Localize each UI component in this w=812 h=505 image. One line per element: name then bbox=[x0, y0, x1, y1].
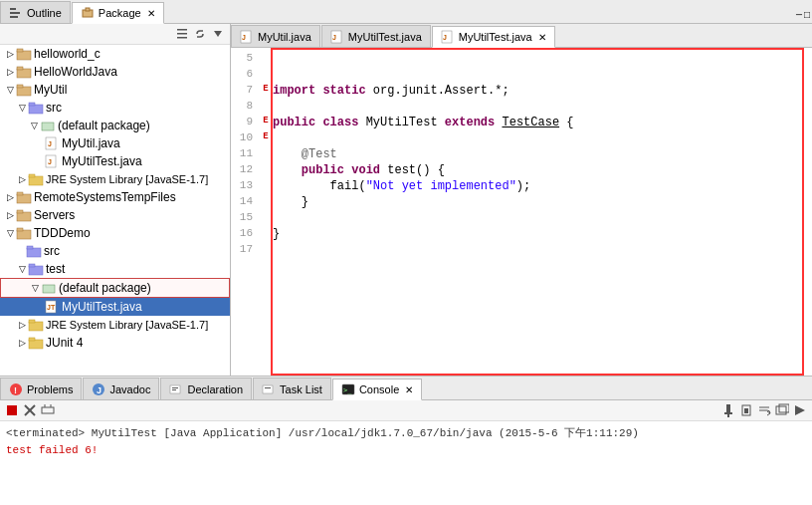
label-junit4: JUnit 4 bbox=[46, 336, 83, 350]
code-line-6: 6 bbox=[231, 68, 812, 84]
tree-item-myutil[interactable]: ▽ MyUtil bbox=[0, 81, 230, 99]
folder-icon-servers bbox=[16, 207, 32, 223]
tab-javadoc[interactable]: J Javadoc bbox=[83, 378, 159, 399]
java-icon-myutiltest1: J bbox=[330, 30, 344, 44]
src-folder-icon bbox=[28, 100, 44, 116]
svg-rect-12 bbox=[17, 87, 31, 96]
tab-close-icon[interactable]: ✕ bbox=[147, 8, 155, 19]
tree-item-remote[interactable]: ▷ RemoteSystemsTempFiles bbox=[0, 188, 230, 206]
svg-rect-65 bbox=[727, 414, 729, 417]
tab-tasklist[interactable]: Task List bbox=[253, 378, 331, 399]
arrow-test[interactable]: ▽ bbox=[16, 264, 28, 274]
svg-text:J: J bbox=[48, 140, 52, 147]
folder-icon-helloworld-c bbox=[16, 46, 32, 62]
tab-declaration[interactable]: Declaration bbox=[160, 378, 252, 399]
tree-item-tdddemo[interactable]: ▽ TDDDemo bbox=[0, 224, 230, 242]
tree-item-src[interactable]: ▽ src bbox=[0, 99, 230, 117]
tree-item-junit4[interactable]: ▷ JUnit 4 bbox=[0, 334, 230, 352]
tree-item-myutil-java[interactable]: J MyUtil.java bbox=[0, 134, 230, 152]
arrow-jre[interactable]: ▷ bbox=[16, 174, 28, 184]
minimize-btn[interactable]: ─ bbox=[796, 10, 802, 21]
console-tab-close[interactable]: ✕ bbox=[405, 384, 413, 395]
remove-launch-btn[interactable] bbox=[22, 402, 38, 418]
tab-declaration-label: Declaration bbox=[187, 383, 243, 395]
tree-item-test[interactable]: ▽ test bbox=[0, 260, 230, 278]
editor-tab-myutiltest-1[interactable]: J MyUtilTest.java bbox=[321, 25, 431, 47]
tab-problems[interactable]: ! Problems bbox=[0, 378, 82, 399]
tab-problems-label: Problems bbox=[27, 383, 73, 395]
label-tdddemo-jre: JRE System Library [JavaSE-1.7] bbox=[46, 319, 208, 331]
svg-rect-26 bbox=[17, 210, 23, 213]
collapse-all-btn[interactable] bbox=[174, 26, 190, 42]
pin-console-btn[interactable] bbox=[720, 402, 736, 418]
package-icon bbox=[81, 6, 95, 20]
arrow-junit4[interactable]: ▷ bbox=[16, 338, 28, 348]
svg-rect-10 bbox=[17, 69, 31, 78]
arrow-servers[interactable]: ▷ bbox=[4, 210, 16, 220]
editor-tab-myutil[interactable]: J MyUtil.java bbox=[231, 25, 320, 47]
code-line-14: 14 } bbox=[231, 195, 812, 211]
new-console-btn[interactable] bbox=[774, 402, 790, 418]
svg-rect-0 bbox=[10, 8, 16, 10]
tree-item-default-pkg[interactable]: ▽ (default package) bbox=[0, 117, 230, 134]
scroll-lock-btn[interactable] bbox=[738, 402, 754, 418]
arrow-default-pkg[interactable]: ▽ bbox=[28, 121, 40, 130]
tree-item-servers[interactable]: ▷ Servers bbox=[0, 206, 230, 224]
arrow-tdddemo-jre[interactable]: ▷ bbox=[16, 320, 28, 330]
svg-rect-57 bbox=[7, 405, 17, 415]
word-wrap-btn[interactable] bbox=[756, 402, 772, 418]
tab-console[interactable]: >_ Console ✕ bbox=[332, 379, 422, 400]
tab-outline[interactable]: Outline bbox=[0, 1, 71, 23]
editor-content[interactable]: 5 6 7 E import static org.junit.As bbox=[231, 48, 812, 376]
arrow-remote[interactable]: ▷ bbox=[4, 192, 16, 202]
svg-rect-52 bbox=[172, 389, 176, 390]
arrow-test-default-pkg[interactable]: ▽ bbox=[29, 283, 41, 293]
arrow-tdddemo[interactable]: ▽ bbox=[4, 228, 16, 238]
svg-rect-27 bbox=[17, 230, 31, 239]
tree-item-myutiltest-src[interactable]: J MyUtilTest.java bbox=[0, 152, 230, 170]
folder-icon-helloworldjava bbox=[16, 64, 32, 80]
arrow-src[interactable]: ▽ bbox=[16, 103, 28, 113]
tab-console-label: Console bbox=[359, 383, 399, 395]
code-line-7: 7 E import static org.junit.Assert.*; bbox=[231, 84, 812, 100]
svg-rect-4 bbox=[86, 8, 90, 11]
svg-text:J: J bbox=[97, 385, 102, 395]
tree-item-helloworld-c[interactable]: ▷ helloworld_c bbox=[0, 45, 230, 63]
svg-rect-16 bbox=[42, 123, 54, 130]
arrow-myutil[interactable]: ▽ bbox=[4, 85, 16, 95]
link-btn[interactable] bbox=[192, 26, 208, 42]
clear-console-btn[interactable] bbox=[40, 402, 56, 418]
tab-controls: ─ □ bbox=[794, 8, 812, 23]
svg-rect-13 bbox=[17, 85, 23, 88]
show-console-btn[interactable] bbox=[792, 402, 808, 418]
jre-icon-tdddemo bbox=[28, 317, 44, 333]
svg-text:>_: >_ bbox=[343, 386, 352, 394]
svg-rect-22 bbox=[29, 174, 35, 177]
tree-item-jre[interactable]: ▷ JRE System Library [JavaSE-1.7] bbox=[0, 170, 230, 188]
label-myutiltest-src: MyUtilTest.java bbox=[62, 154, 142, 168]
maximize-btn[interactable]: □ bbox=[804, 10, 810, 21]
code-line-16: 16 } bbox=[231, 227, 812, 243]
svg-marker-70 bbox=[795, 405, 805, 415]
label-src: src bbox=[46, 101, 62, 115]
svg-rect-1 bbox=[10, 12, 20, 14]
editor-tab-close[interactable]: ✕ bbox=[538, 32, 546, 43]
tab-package[interactable]: Package ✕ bbox=[72, 2, 164, 24]
arrow-helloworldjava[interactable]: ▷ bbox=[4, 67, 16, 77]
svg-rect-60 bbox=[42, 407, 54, 413]
svg-text:JT: JT bbox=[47, 304, 56, 311]
tree-item-test-myutiltest[interactable]: JT MyUtilTest.java bbox=[0, 298, 230, 316]
tree-item-test-default-pkg[interactable]: ▽ (default package) bbox=[0, 278, 230, 298]
tree-item-tdddemo-src[interactable]: src bbox=[0, 242, 230, 260]
tree-item-tdddemo-jre[interactable]: ▷ JRE System Library [JavaSE-1.7] bbox=[0, 316, 230, 334]
arrow-helloworld-c[interactable]: ▷ bbox=[4, 49, 16, 59]
tree-item-helloworldjava[interactable]: ▷ HelloWorldJava bbox=[0, 63, 230, 81]
svg-rect-24 bbox=[17, 192, 23, 195]
editor-tab-myutiltest-2[interactable]: J MyUtilTest.java ✕ bbox=[432, 26, 555, 48]
jre-icon bbox=[28, 171, 44, 187]
terminate-btn[interactable] bbox=[4, 402, 20, 418]
code-line-9: 9 E public class MyUtilTest extends Test… bbox=[231, 116, 812, 131]
svg-rect-64 bbox=[724, 412, 732, 414]
menu-btn[interactable] bbox=[210, 26, 226, 42]
svg-text:J: J bbox=[332, 34, 336, 41]
